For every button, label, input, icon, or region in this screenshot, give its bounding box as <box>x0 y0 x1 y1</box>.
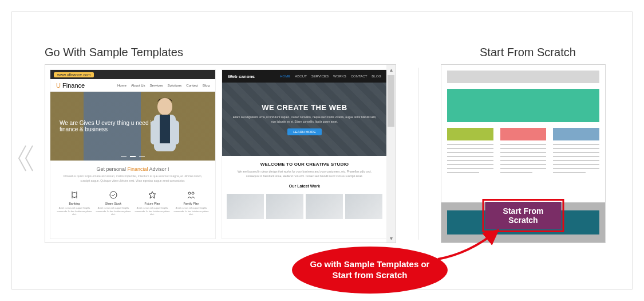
future-plan-icon <box>135 190 170 200</box>
template1-mid: Get personal Financial Advisor ! Phasell… <box>50 161 215 186</box>
section-title-scratch: Start From Scratch <box>480 46 576 59</box>
scroll-down-icon[interactable]: ▾ <box>386 233 396 243</box>
template1-hero-line2: finance & business <box>60 126 215 132</box>
start-from-scratch-button[interactable]: Start From Scratch <box>485 202 562 229</box>
thumbnail <box>306 194 343 219</box>
banking-icon <box>57 190 92 200</box>
chevron-left-icon <box>16 143 35 173</box>
wireframe-chip <box>553 128 599 140</box>
template1-hero: We are Gives U every thing u need in fin… <box>50 92 215 161</box>
svg-point-6 <box>188 192 191 194</box>
wireframe-header <box>447 71 599 83</box>
svg-point-0 <box>157 98 172 115</box>
svg-point-5 <box>110 191 117 198</box>
template1-hero-pagination <box>121 156 145 157</box>
svg-rect-2 <box>160 115 170 143</box>
template2-logo: Web canons <box>228 74 255 79</box>
family-plan-icon <box>173 190 209 200</box>
template1-mid-title: Get personal Financial Advisor ! <box>58 166 207 172</box>
thumbnail <box>266 194 303 219</box>
template1-logo: U Finance <box>56 82 85 89</box>
annotation-callout: Go with Sample Templates or Start from S… <box>292 247 448 294</box>
svg-rect-4 <box>171 120 179 144</box>
person-illustration <box>140 94 189 158</box>
section-title-templates: Go With Sample Templates <box>45 46 183 59</box>
template1-urlbar: www.ufinance.com <box>50 70 215 79</box>
template2-hero: WE CREATE THE WEB Etiam sed dignissim ur… <box>222 83 387 156</box>
annotation-arrow <box>435 228 504 262</box>
wireframe-hero <box>447 89 599 122</box>
svg-point-7 <box>192 192 194 194</box>
template2-mid: WELCOME TO OUR CREATIVE STUDIO We are fo… <box>222 156 387 190</box>
template-card-ufinance[interactable]: www.ufinance.com U Finance Home About Us… <box>50 69 216 239</box>
template2-header: Web canons HOME ABOUT SERVICES WORKS CON… <box>222 70 387 83</box>
thumbnail <box>345 194 382 219</box>
template2-work-grid <box>222 190 387 219</box>
svg-rect-3 <box>151 120 159 144</box>
thumbnail <box>227 194 264 219</box>
template1-url-label: www.ufinance.com <box>54 72 94 77</box>
vertical-divider <box>418 68 418 240</box>
scratch-panel[interactable]: Start From Scratch <box>441 64 606 243</box>
template1-hero-line1: We are Gives U every thing u need in <box>60 120 215 126</box>
template2-latest-work: Our Latest Work <box>231 184 378 188</box>
template2-mid-title: WELCOME TO OUR CREATIVE STUDIO <box>231 162 378 167</box>
template1-features: Banking Amet cursus vel augue fringilla … <box>50 186 215 216</box>
scroll-thumb[interactable] <box>388 75 394 127</box>
wireframe-chip <box>447 128 493 140</box>
wireframe-columns <box>447 128 599 176</box>
template1-mid-sub: Phasellus quam turpis ornare accumsan, m… <box>58 174 207 183</box>
template2-hero-btn: LEARN MORE <box>287 128 322 135</box>
wireframe-lines <box>553 144 599 173</box>
carousel-prev-button[interactable] <box>16 143 35 175</box>
annotation-callout-text: Go with Sample Templates or Start from S… <box>307 259 433 281</box>
wireframe-lines <box>500 144 547 173</box>
template1-nav: Home About Us Services Solutions Contact… <box>117 84 210 87</box>
template2-hero-sub: Etiam sed dignissim urna, id tincidunt s… <box>232 115 377 124</box>
template-card-webcanons[interactable]: Web canons HOME ABOUT SERVICES WORKS CON… <box>222 69 388 239</box>
scroll-up-icon[interactable]: ▴ <box>386 65 396 74</box>
template2-mid-sub: We are focused in clean design that work… <box>231 170 378 178</box>
templates-scrollbar[interactable]: ▴ ▾ <box>386 65 396 243</box>
share-stock-icon <box>96 190 131 200</box>
template2-hero-title: WE CREATE THE WEB <box>262 103 347 112</box>
template2-nav: HOME ABOUT SERVICES WORKS CONTACT BLOG <box>280 75 381 78</box>
wireframe-lines <box>447 144 493 173</box>
wireframe-chip <box>500 128 547 140</box>
templates-panel: www.ufinance.com U Finance Home About Us… <box>45 64 396 243</box>
template1-header: U Finance Home About Us Services Solutio… <box>50 79 215 92</box>
